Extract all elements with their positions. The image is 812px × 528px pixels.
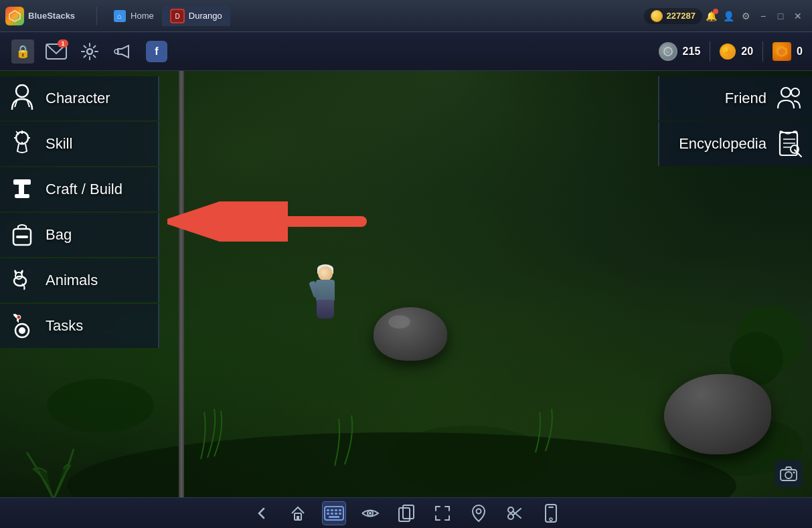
settings-icon <box>80 42 99 61</box>
eye-button[interactable] <box>358 501 382 525</box>
svg-point-62 <box>476 509 481 513</box>
currency-divider-1 <box>710 41 710 62</box>
game-toolbar: 🔒 1 f 215 <box>0 32 812 71</box>
title-bar: BlueStacks ⌂ Home D Durango 227287 🔔 👤 ⚙… <box>0 0 812 32</box>
svg-rect-50 <box>331 509 333 511</box>
svg-point-36 <box>791 88 799 96</box>
notification-button[interactable]: 🔔 <box>702 7 720 25</box>
svg-text:⌂: ⌂ <box>117 12 122 20</box>
keyboard-button[interactable] <box>322 501 346 525</box>
home-tab[interactable]: ⌂ Home <box>105 7 162 25</box>
game-tab-icon: D <box>170 9 185 23</box>
facebook-icon: f <box>146 41 167 62</box>
currency-group: 215 20 0 <box>659 41 803 62</box>
lock-icon: 🔒 <box>11 39 34 64</box>
game-area[interactable]: Character Skill <box>0 71 812 497</box>
megaphone-button[interactable] <box>110 38 137 65</box>
svg-rect-29 <box>16 236 28 238</box>
character-menu-label: Character <box>46 90 110 107</box>
svg-marker-8 <box>118 46 129 58</box>
minimize-button[interactable]: − <box>754 7 772 25</box>
menu-item-bag[interactable]: Bag <box>0 213 159 257</box>
maximize-button[interactable]: □ <box>772 7 789 25</box>
coin-display: 227287 <box>644 8 702 24</box>
craft-menu-label: Craft / Build <box>46 181 123 198</box>
app-logo: BlueStacks <box>5 7 75 25</box>
svg-rect-49 <box>327 509 329 511</box>
currency-item-2: 20 <box>720 43 753 60</box>
settings-button[interactable]: ⚙ <box>737 7 754 25</box>
camera-button[interactable] <box>775 460 803 488</box>
profile-button[interactable]: 👤 <box>720 7 737 25</box>
currency3-icon <box>773 42 791 61</box>
svg-point-33 <box>19 327 25 334</box>
svg-point-34 <box>17 315 21 319</box>
back-button[interactable] <box>250 501 274 525</box>
menu-item-animals[interactable]: Animals <box>0 258 159 302</box>
currency-item-3: 0 <box>773 42 803 61</box>
currency2-icon <box>720 43 736 60</box>
home-button[interactable] <box>286 501 310 525</box>
bottom-bar <box>0 497 812 528</box>
svg-rect-53 <box>327 513 329 515</box>
coin-icon <box>651 10 663 22</box>
megaphone-icon <box>114 42 133 61</box>
svg-point-45 <box>793 472 795 474</box>
game-tab-label: Durango <box>189 11 222 21</box>
settings2-button[interactable] <box>76 38 103 65</box>
svg-marker-11 <box>724 48 734 58</box>
copy-button[interactable] <box>394 501 418 525</box>
friend-menu-icon <box>775 83 805 114</box>
encyclopedia-menu-icon <box>775 128 805 159</box>
tasks-menu-label: Tasks <box>46 317 83 335</box>
menu-item-craft[interactable]: Craft / Build <box>0 167 159 211</box>
friend-menu-label: Friend <box>725 90 766 107</box>
currency-divider-2 <box>762 41 763 62</box>
svg-text:D: D <box>175 13 179 20</box>
svg-point-68 <box>550 518 552 521</box>
character-menu-icon <box>7 83 37 114</box>
encyclopedia-menu-label: Encyclopedia <box>679 135 766 153</box>
currency-item-1: 215 <box>659 42 701 61</box>
expand-button[interactable] <box>430 501 455 525</box>
svg-point-7 <box>87 49 92 54</box>
tasks-menu-icon <box>7 311 37 341</box>
animals-menu-label: Animals <box>46 272 98 289</box>
currency3-value: 0 <box>797 46 803 58</box>
svg-rect-57 <box>329 516 339 518</box>
svg-rect-51 <box>335 509 337 511</box>
animals-menu-icon <box>7 265 37 296</box>
svg-marker-1 <box>11 13 18 20</box>
home-tab-label: Home <box>131 11 154 21</box>
svg-rect-56 <box>339 513 341 515</box>
right-menu: Friend Encyclopedia <box>658 71 812 497</box>
center-rock <box>374 307 447 361</box>
svg-rect-54 <box>331 513 333 515</box>
close-button[interactable]: ✕ <box>789 7 807 25</box>
menu-item-encyclopedia[interactable]: Encyclopedia <box>658 122 812 166</box>
player-character <box>309 266 342 327</box>
mail-button[interactable]: 1 <box>43 38 70 65</box>
lock-button[interactable]: 🔒 <box>9 38 36 65</box>
scissors-button[interactable] <box>503 501 527 525</box>
menu-item-character[interactable]: Character <box>0 76 159 120</box>
currency2-value: 20 <box>741 46 753 58</box>
craft-menu-icon <box>7 174 37 205</box>
menu-item-tasks[interactable]: Tasks <box>0 304 159 348</box>
svg-point-59 <box>369 512 372 515</box>
bluestacks-logo-icon <box>5 7 24 25</box>
currency1-icon <box>659 42 677 61</box>
currency1-value: 215 <box>683 46 701 58</box>
home-tab-icon: ⌂ <box>113 9 127 23</box>
location-button[interactable] <box>467 501 491 525</box>
svg-point-44 <box>785 472 792 478</box>
game-tab[interactable]: D Durango <box>162 6 230 26</box>
phone-button[interactable] <box>539 501 563 525</box>
svg-point-21 <box>16 85 28 97</box>
menu-item-skill[interactable]: Skill <box>0 122 159 166</box>
svg-rect-37 <box>780 133 797 155</box>
coin-amount: 227287 <box>667 11 696 21</box>
skill-menu-icon <box>7 128 37 159</box>
menu-item-friend[interactable]: Friend <box>658 76 812 120</box>
facebook-button[interactable]: f <box>143 38 170 65</box>
